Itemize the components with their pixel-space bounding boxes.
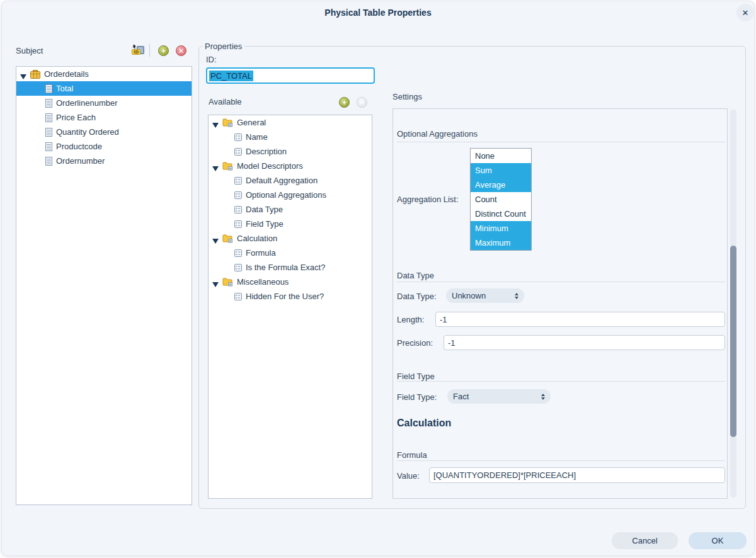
settings-box: Optional Aggregations Aggregation List: … [392, 108, 728, 499]
available-tree-item-miscellaneous[interactable]: Miscellaneous [209, 275, 372, 289]
available-tree-item-data-type[interactable]: Data Type [209, 202, 372, 217]
tree-item-label: Name [246, 132, 268, 142]
column-icon [45, 84, 52, 93]
subject-tree-item-orderlinenumber[interactable]: Orderlinenumber [16, 96, 192, 110]
tree-item-label: Is the Formula Exact? [246, 263, 325, 272]
section-divider [397, 381, 725, 382]
calculation-heading: Calculation [397, 418, 451, 429]
tree-item-label: Quantity Ordered [56, 127, 119, 137]
available-tree-item-hidden-for-the-user[interactable]: Hidden For the User? [209, 289, 372, 304]
ok-button[interactable]: OK [689, 532, 747, 549]
data-type-select[interactable]: Unknown [446, 288, 524, 303]
aggregation-option-maximum[interactable]: Maximum [471, 236, 531, 250]
id-label: ID: [206, 55, 217, 64]
prop-icon [234, 206, 242, 214]
aggregation-option-none[interactable]: None [471, 149, 531, 163]
column-icon [45, 128, 52, 137]
aggregation-option-average[interactable]: Average [471, 178, 531, 192]
precision-label: Precision: [397, 338, 433, 348]
prop-icon [234, 264, 242, 271]
expander-down-icon[interactable] [212, 120, 219, 125]
tree-item-label: Orderdetails [44, 69, 89, 79]
section-divider [397, 460, 725, 461]
expander-down-icon[interactable] [212, 236, 219, 241]
available-tree-item-default-aggregation[interactable]: Default Aggregation [209, 173, 372, 188]
expander-down-icon[interactable] [212, 164, 219, 169]
optional-aggregations-section-title: Optional Aggregations [397, 129, 478, 139]
length-label: Length: [397, 315, 424, 324]
prop-icon [234, 293, 242, 300]
precision-input[interactable] [444, 335, 725, 350]
field-type-section-title: Field Type [397, 372, 435, 381]
subject-remove-button[interactable]: ✕ [176, 45, 186, 56]
available-tree-item-field-type[interactable]: Field Type [209, 217, 372, 231]
available-tree-item-optional-aggregations[interactable]: Optional Aggregations [209, 188, 372, 202]
available-tree-item-model-descriptors[interactable]: Model Descriptors [209, 159, 372, 173]
formula-value-input[interactable] [429, 467, 725, 483]
close-icon[interactable]: ✕ [736, 4, 754, 21]
tree-item-label: Default Aggregation [246, 176, 318, 185]
table-icon [30, 70, 40, 79]
tree-item-label: General [237, 118, 266, 127]
folder-icon [222, 162, 233, 171]
available-add-button[interactable]: + [339, 97, 350, 108]
data-type-label: Data Type: [397, 292, 437, 301]
tree-item-label: Data Type [246, 205, 283, 214]
aggregation-option-sum[interactable]: Sum [471, 163, 531, 178]
formula-section-title: Formula [397, 450, 427, 460]
aggregation-option-minimum[interactable]: Minimum [471, 221, 531, 236]
available-tree-item-name[interactable]: Name [209, 130, 372, 144]
subject-tree-item-ordernumber[interactable]: Ordernumber [16, 154, 192, 168]
prop-icon [234, 191, 242, 199]
subject-tree-item-price-each[interactable]: Price Each [16, 110, 192, 125]
available-tree-item-general[interactable]: General [209, 115, 372, 130]
available-tree-item-is-the-formula-exact[interactable]: Is the Formula Exact? [209, 260, 372, 275]
length-input[interactable] [435, 312, 725, 327]
aggregation-option-distinct-count[interactable]: Distinct Count [471, 207, 531, 221]
field-type-select[interactable]: Fact [447, 389, 551, 404]
section-divider [397, 142, 725, 142]
available-tree-item-formula[interactable]: Formula [209, 246, 372, 260]
available-tree-item-calculation[interactable]: Calculation [209, 231, 372, 246]
settings-panel-label: Settings [392, 92, 422, 101]
subject-tree-item-productcode[interactable]: Productcode [16, 139, 192, 154]
tree-item-label: Price Each [56, 113, 96, 122]
settings-scrollbar-thumb[interactable] [730, 246, 736, 437]
subject-panel-label: Subject [16, 46, 43, 55]
subject-tree-item-quantity-ordered[interactable]: Quantity Ordered [16, 125, 192, 139]
prop-icon [234, 148, 242, 156]
prop-icon [234, 249, 242, 257]
column-icon [45, 99, 52, 108]
cancel-button[interactable]: Cancel [612, 532, 678, 549]
aggregation-list-label: Aggregation List: [397, 195, 459, 204]
physical-table-properties-dialog: Physical Table Properties ✕ Subject ID +… [1, 1, 755, 556]
stepper-arrows-icon [507, 293, 518, 299]
expander-down-icon[interactable] [212, 280, 219, 285]
column-icon [45, 113, 52, 122]
stepper-arrows-icon [534, 394, 545, 400]
tree-item-label: Ordernumber [56, 156, 105, 166]
subject-tree: OrderdetailsTotalOrderlinenumberPrice Ea… [16, 66, 192, 505]
tree-item-label: Model Descriptors [237, 161, 303, 171]
subject-add-button[interactable]: + [158, 45, 169, 56]
data-type-select-value: Unknown [452, 291, 486, 300]
tree-item-label: Hidden For the User? [246, 292, 324, 301]
field-type-label: Field Type: [397, 392, 437, 402]
id-input[interactable]: PC_TOTAL [206, 67, 375, 84]
available-tree-item-description[interactable]: Description [209, 144, 372, 159]
folder-icon [222, 234, 233, 243]
tree-item-label: Optional Aggregations [246, 190, 326, 200]
tree-item-label: Description [246, 147, 287, 156]
aggregation-option-count[interactable]: Count [471, 192, 531, 207]
prop-icon [234, 177, 242, 185]
id-input-selected-text: PC_TOTAL [209, 71, 253, 81]
tree-item-label: Field Type [246, 219, 284, 229]
aggregation-listbox: NoneSumAverageCountDistinct CountMinimum… [470, 148, 532, 251]
subject-tree-item-orderdetails[interactable]: Orderdetails [16, 67, 192, 81]
expander-down-icon[interactable] [20, 72, 26, 77]
column-icon [45, 142, 52, 151]
subject-tree-item-total[interactable]: Total [16, 81, 192, 96]
prop-icon [234, 134, 242, 141]
available-remove-button-disabled: ✕ [357, 97, 367, 108]
edit-id-icon[interactable]: ID [131, 44, 145, 57]
